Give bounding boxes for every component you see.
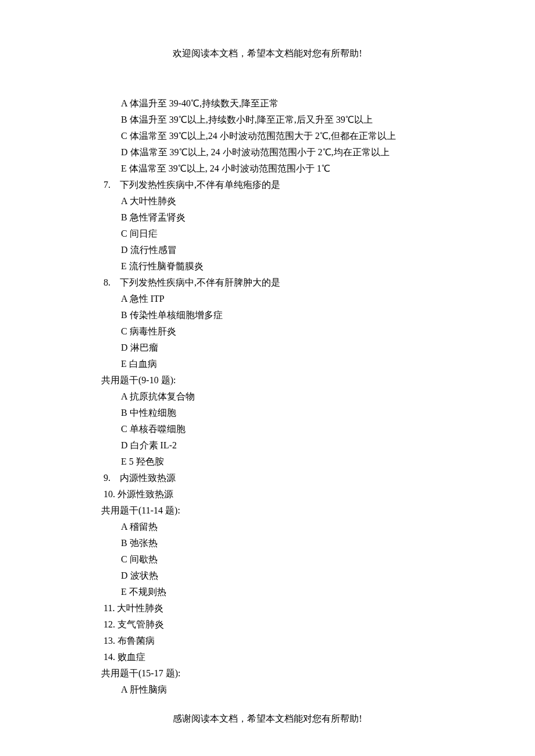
shared-stem-11-14: 共用题干(11-14 题): (101, 502, 477, 519)
option-letter: C (121, 326, 130, 336)
q7-option-c: C 间日疟 (101, 226, 477, 242)
shared-9-10-option-b: B 中性粒细胞 (101, 405, 477, 421)
question-number: 11. (104, 603, 117, 613)
shared-11-14-option-c: C 间歇热 (101, 551, 477, 568)
q7-stem: 7.下列发热性疾病中,不伴有单纯疱疹的是 (101, 177, 477, 193)
option-text: 病毒性肝炎 (130, 326, 176, 336)
question-text: 布鲁菌病 (117, 636, 155, 646)
q9-stem: 9.内源性致热源 (101, 470, 477, 486)
q8-option-c: C 病毒性肝炎 (101, 323, 477, 340)
q8-option-e: E 白血病 (101, 356, 477, 372)
shared-15-17-option-a: A 肝性脑病 (101, 682, 477, 698)
shared-9-10-option-e: E 5 羟色胺 (101, 454, 477, 470)
question-text: 支气管肺炎 (117, 619, 164, 629)
option-letter: E (121, 163, 129, 173)
footer-note: 感谢阅读本文档，希望本文档能对您有所帮助! (0, 711, 535, 727)
question-text: 下列发热性疾病中,不伴有肝脾肿大的是 (120, 277, 280, 287)
question-text: 败血症 (117, 652, 145, 662)
question-number: 14. (104, 652, 117, 662)
option-text: 白介素 (130, 440, 160, 450)
question-number: 10. (104, 489, 117, 499)
option-letter: A (121, 684, 130, 694)
q11-stem: 11. 大叶性肺炎 (101, 600, 477, 616)
option-text: 抗原抗体复合物 (130, 391, 195, 401)
option-text: 传染性单核细胞增多症 (130, 310, 223, 320)
question-text: 内源性致热源 (120, 473, 176, 483)
option-text: 流行性感冒 (130, 245, 177, 255)
option-letter: D (121, 147, 130, 157)
q7-option-a: A 大叶性肺炎 (101, 193, 477, 209)
option-text: 体温升至 39℃以上,持续数小时,降至正常,后又升至 39℃以上 (130, 115, 373, 124)
option-text: 淋巴瘤 (130, 343, 158, 352)
option-text: 弛张热 (130, 538, 158, 548)
q8-option-b: B 传染性单核细胞增多症 (101, 307, 477, 323)
option-text: 急性 (130, 294, 151, 304)
option-letter: D (121, 570, 130, 580)
question-number: 12. (104, 619, 117, 629)
option-letter: E (121, 587, 129, 597)
shared-stem-9-10: 共用题干(9-10 题): (101, 372, 477, 388)
option-letter: A (121, 196, 130, 206)
shared-9-10-option-c: C 单核吞噬细胞 (101, 421, 477, 437)
question-number: 8. (104, 274, 120, 291)
q13-stem: 13. 布鲁菌病 (101, 633, 477, 649)
option-text-latin: IL-2 (160, 440, 177, 450)
option-text: 体温常至 39℃以上,24 小时波动范围范围大于 2℃,但都在正常以上 (130, 131, 396, 141)
option-text: 中性粒细胞 (130, 408, 176, 418)
q8-stem: 8.下列发热性疾病中,不伴有肝脾肿大的是 (101, 274, 477, 291)
option-text: 大叶性肺炎 (130, 196, 176, 206)
option-text-latin: ITP (151, 294, 165, 304)
option-letter: B (121, 538, 130, 548)
option-text: 羟色胺 (136, 457, 164, 466)
option-letter: D (121, 343, 130, 352)
option-text: 急性肾盂肾炎 (130, 212, 186, 222)
option-letter: D (121, 440, 130, 450)
question-number: 13. (104, 636, 117, 646)
q6-option-c: C 体温常至 39℃以上,24 小时波动范围范围大于 2℃,但都在正常以上 (101, 128, 477, 144)
document-content: A 体温升至 39-40℃,持续数天,降至正常 B 体温升至 39℃以上,持续数… (58, 95, 477, 698)
shared-11-14-option-a: A 稽留热 (101, 519, 477, 535)
option-letter: E (121, 261, 129, 271)
q10-stem: 10. 外源性致热源 (101, 486, 477, 502)
option-letter: B (121, 408, 130, 418)
shared-11-14-option-d: D 波状热 (101, 568, 477, 584)
shared-9-10-option-d: D 白介素 IL-2 (101, 437, 477, 454)
shared-9-10-option-a: A 抗原抗体复合物 (101, 388, 477, 405)
q6-option-e: E 体温常至 39℃以上, 24 小时波动范围范围小于 1℃ (101, 161, 477, 177)
q7-option-d: D 流行性感冒 (101, 242, 477, 258)
option-letter: A (121, 391, 130, 401)
question-number: 7. (104, 177, 120, 193)
question-text: 外源性致热源 (117, 489, 173, 499)
option-letter: E (121, 457, 129, 466)
option-text: 单核吞噬细胞 (130, 424, 186, 434)
option-text: 体温升至 39-40℃,持续数天,降至正常 (130, 98, 279, 108)
q6-option-a: A 体温升至 39-40℃,持续数天,降至正常 (101, 95, 477, 112)
option-text-latin: 5 (129, 457, 136, 466)
option-letter: B (121, 115, 130, 124)
shared-11-14-option-e: E 不规则热 (101, 584, 477, 600)
option-letter: A (121, 294, 130, 304)
option-letter: D (121, 245, 130, 255)
q8-option-a: A 急性 ITP (101, 291, 477, 307)
option-letter: E (121, 359, 129, 369)
option-letter: C (121, 554, 130, 564)
option-text: 白血病 (129, 359, 157, 369)
question-text: 下列发热性疾病中,不伴有单纯疱疹的是 (120, 180, 280, 190)
q6-option-d: D 体温常至 39℃以上, 24 小时波动范围范围小于 2℃,均在正常以上 (101, 144, 477, 161)
q12-stem: 12. 支气管肺炎 (101, 616, 477, 633)
option-letter: A (121, 522, 130, 532)
option-text: 稽留热 (130, 522, 158, 532)
option-text: 间歇热 (130, 554, 158, 564)
option-letter: B (121, 212, 130, 222)
option-text: 流行性脑脊髓膜炎 (129, 261, 204, 271)
shared-stem-15-17: 共用题干(15-17 题): (101, 665, 477, 682)
question-number: 9. (104, 470, 120, 486)
option-letter: C (121, 424, 130, 434)
q7-option-e: E 流行性脑脊髓膜炎 (101, 258, 477, 274)
option-text: 体温常至 39℃以上, 24 小时波动范围范围小于 1℃ (129, 163, 330, 173)
question-text: 大叶性肺炎 (117, 603, 163, 613)
shared-11-14-option-b: B 弛张热 (101, 535, 477, 551)
q6-option-b: B 体温升至 39℃以上,持续数小时,降至正常,后又升至 39℃以上 (101, 112, 477, 128)
option-letter: C (121, 229, 130, 238)
option-text: 间日疟 (130, 229, 158, 238)
